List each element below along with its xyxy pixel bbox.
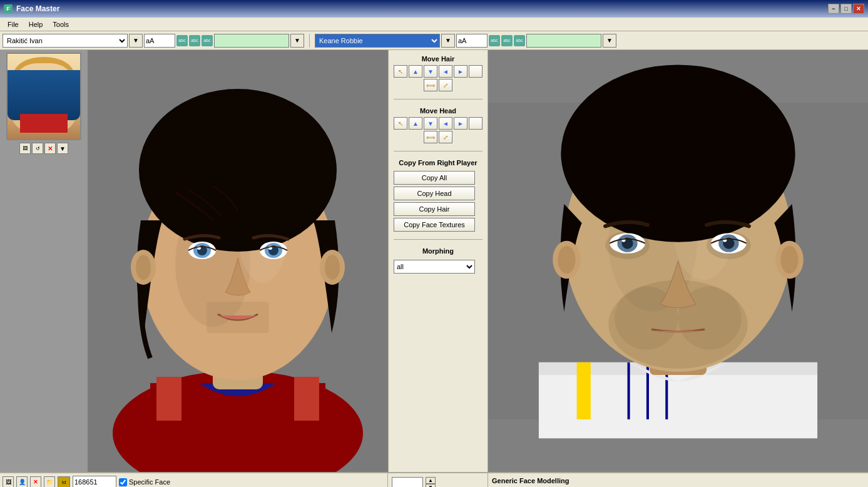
hair-arrow-right[interactable]: ► <box>454 65 467 78</box>
copy-from-right-section: Copy From Right Player Copy All Copy Hea… <box>394 159 483 232</box>
right-filter-input[interactable]: Filter <box>526 34 601 48</box>
middle-bottom-panel: 0 ▲ ▼ Confirm Morphing Save and Restore … <box>388 473 488 487</box>
morphing-spinner: ▲ ▼ <box>426 477 436 487</box>
hair-arrow-row-2: ⟺ ⤢ <box>394 79 483 91</box>
svg-point-9 <box>139 89 337 252</box>
close-button[interactable]: ✕ <box>853 4 864 14</box>
abc-icon-2: abc <box>189 35 200 46</box>
minimize-button[interactable]: − <box>828 4 839 14</box>
bottom-controls-row: 🖼 👤 ✕ 📁 Id 168651 Specific Face <box>3 476 385 487</box>
maximize-button[interactable]: □ <box>840 4 852 14</box>
left-filter-expand[interactable]: ▼ <box>290 34 304 48</box>
left-3d-face-view <box>88 50 388 472</box>
bottom-btn-4[interactable]: 📁 <box>44 476 55 487</box>
morphing-value-row: 0 ▲ ▼ <box>392 477 484 487</box>
svg-point-20 <box>136 255 151 280</box>
svg-point-34 <box>561 64 795 242</box>
head-arrow-right-up[interactable] <box>469 117 483 130</box>
head-expand-h[interactable]: ⟺ <box>424 131 437 143</box>
left-player-view: 🖼 ↺ ✕ ▼ <box>0 50 388 472</box>
bottom-btn-1[interactable]: 🖼 <box>3 476 14 487</box>
right-abc-icon-3: abc <box>514 35 525 46</box>
title-icon: F <box>4 4 13 13</box>
morphing-up[interactable]: ▲ <box>426 477 436 484</box>
morphing-down[interactable]: ▼ <box>426 484 436 487</box>
left-player-selector-group: Rakitić Ivan ▼ abc abc abc Filter ▼ <box>3 34 304 48</box>
left-face-area: 🖼 ↺ ✕ ▼ <box>0 50 388 472</box>
left-photo-panel: 🖼 ↺ ✕ ▼ <box>0 50 88 472</box>
move-hair-title: Move Hair <box>394 55 483 63</box>
hair-arrow-down[interactable]: ▼ <box>424 65 437 78</box>
photo-btn-2[interactable]: ↺ <box>32 143 43 154</box>
photo-btn-1[interactable]: 🖼 <box>19 143 31 154</box>
photo-expand[interactable]: ▼ <box>57 143 68 154</box>
bottom-btn-3[interactable]: ✕ <box>30 476 41 487</box>
hair-expand-v[interactable]: ⤢ <box>439 79 452 91</box>
hair-arrow-left-up[interactable]: ↖ <box>394 65 407 78</box>
divider-2 <box>394 151 483 151</box>
morphing-title: Morphing <box>394 247 483 255</box>
svg-rect-4 <box>294 377 319 421</box>
right-abc-icon-2: abc <box>501 35 513 46</box>
hair-arrow-right-up[interactable] <box>469 65 483 78</box>
svg-rect-18 <box>207 302 269 333</box>
left-face-svg <box>88 50 388 472</box>
menu-file[interactable]: File <box>3 19 24 29</box>
left-player-text-field[interactable] <box>144 34 175 48</box>
window-controls: − □ ✕ <box>828 4 864 14</box>
head-arrow-left-up[interactable]: ↖ <box>394 117 407 130</box>
separator-1 <box>309 34 310 48</box>
title-bar: F Face Master − □ ✕ <box>0 0 868 18</box>
hair-arrow-up[interactable]: ▲ <box>409 65 422 78</box>
copy-head-button[interactable]: Copy Head <box>394 187 475 200</box>
right-player-selector-group: Keane Robbie ▼ abc abc abc Filter ▼ <box>315 34 616 48</box>
left-player-nav-btn[interactable]: ▼ <box>129 34 143 48</box>
specific-face-label: Specific Face <box>119 478 170 486</box>
svg-point-49 <box>558 246 575 274</box>
top-controls: Rakitić Ivan ▼ abc abc abc Filter ▼ Kean… <box>0 31 868 50</box>
svg-rect-3 <box>156 377 181 421</box>
right-face-svg <box>488 50 868 472</box>
right-player-nav-btn[interactable]: ▼ <box>441 34 455 48</box>
menu-bar: File Help Tools <box>0 18 868 31</box>
right-abc-icon-1: abc <box>489 35 500 46</box>
menu-help[interactable]: Help <box>24 19 48 29</box>
head-arrow-down[interactable]: ▼ <box>424 117 437 130</box>
copy-hair-button[interactable]: Copy Hair <box>394 202 475 216</box>
face-modelling-title: Generic Face Modelling <box>492 477 864 484</box>
player-photo <box>6 53 81 140</box>
specific-face-checkbox[interactable] <box>119 478 127 486</box>
right-player-text-field[interactable] <box>456 34 488 48</box>
head-expand-v[interactable]: ⤢ <box>439 131 452 143</box>
copy-face-textures-button[interactable]: Copy Face Textures <box>394 218 475 232</box>
bottom-btn-2[interactable]: 👤 <box>16 476 28 487</box>
hair-expand-h[interactable]: ⟺ <box>424 79 437 91</box>
photo-controls: 🖼 ↺ ✕ ▼ <box>19 143 68 154</box>
svg-point-22 <box>325 255 340 280</box>
abc-icon-1: abc <box>176 35 188 46</box>
svg-rect-27 <box>628 362 630 419</box>
divider-3 <box>394 239 483 240</box>
move-head-section: Move Head ↖ ▲ ▼ ◄ ► ⟺ ⤢ <box>394 107 483 143</box>
morphing-value-input[interactable]: 0 <box>392 477 423 487</box>
bottom-panel: 🖼 👤 ✕ 📁 Id 168651 Specific Face Image n.… <box>0 472 868 487</box>
left-player-select[interactable]: Rakitić Ivan <box>3 34 128 48</box>
head-arrow-up[interactable]: ▲ <box>409 117 422 130</box>
right-filter-expand[interactable]: ▼ <box>603 34 616 48</box>
left-filter-input[interactable]: Filter <box>214 34 289 48</box>
right-abc-icons: abc abc abc <box>489 35 525 46</box>
left-bottom-panel: 🖼 👤 ✕ 📁 Id 168651 Specific Face Image n.… <box>0 473 388 487</box>
morphing-dropdown[interactable]: all <box>394 260 475 274</box>
right-player-select[interactable]: Keane Robbie <box>315 34 440 48</box>
copy-all-button[interactable]: Copy All <box>394 171 475 185</box>
photo-btn-3[interactable]: ✕ <box>44 143 56 154</box>
app-title: Face Master <box>16 4 59 13</box>
head-arrow-row-1: ↖ ▲ ▼ ◄ ► <box>394 117 483 130</box>
head-arrow-right[interactable]: ► <box>454 117 467 130</box>
id-field[interactable]: 168651 <box>73 476 116 487</box>
menu-tools[interactable]: Tools <box>48 19 74 29</box>
hair-arrow-left[interactable]: ◄ <box>439 65 452 78</box>
head-arrow-row-2: ⟺ ⤢ <box>394 131 483 143</box>
head-arrow-left[interactable]: ◄ <box>439 117 452 130</box>
divider-1 <box>394 99 483 100</box>
